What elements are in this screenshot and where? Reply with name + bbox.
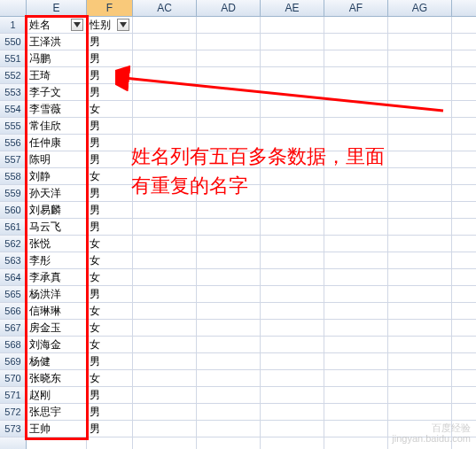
cell-name[interactable]: 信琳琳 — [27, 303, 87, 319]
cell-empty[interactable] — [261, 17, 324, 33]
filter-dropdown-name[interactable] — [71, 19, 83, 31]
cell-empty[interactable] — [261, 370, 324, 386]
cell-empty[interactable] — [388, 151, 452, 167]
cell-empty[interactable] — [133, 269, 197, 285]
cell-sex[interactable]: 女 — [87, 101, 133, 117]
cell-empty[interactable] — [197, 421, 261, 437]
cell-empty[interactable] — [197, 353, 261, 369]
cell-empty[interactable] — [197, 303, 261, 319]
cell-empty[interactable] — [133, 387, 197, 403]
cell-empty[interactable] — [388, 370, 452, 386]
column-header-AG[interactable]: AG — [388, 0, 452, 16]
cell-empty[interactable] — [197, 370, 261, 386]
cell-empty[interactable] — [324, 353, 388, 369]
cell-empty[interactable] — [133, 286, 197, 302]
filter-dropdown-sex[interactable] — [117, 19, 129, 31]
cell-sex[interactable]: 女 — [87, 303, 133, 319]
row-header[interactable]: 572 — [0, 404, 27, 420]
row-header[interactable]: 551 — [0, 50, 27, 66]
cell-name[interactable]: 刘海金 — [27, 337, 87, 352]
cell-empty[interactable] — [388, 34, 452, 50]
row-header[interactable]: 563 — [0, 252, 27, 268]
cell-name[interactable]: 李承真 — [27, 269, 87, 285]
cell-empty[interactable] — [261, 118, 324, 134]
column-header-AD[interactable]: AD — [197, 0, 261, 16]
cell-empty[interactable] — [197, 387, 261, 403]
cell-empty[interactable] — [133, 84, 197, 100]
cell-empty[interactable] — [324, 50, 388, 66]
cell-name[interactable]: 李彤 — [27, 252, 87, 268]
row-header[interactable]: 564 — [0, 269, 27, 285]
cell-name[interactable]: 赵刚 — [27, 387, 87, 403]
cell-empty[interactable] — [324, 219, 388, 235]
cell-empty[interactable] — [324, 303, 388, 319]
cell-name[interactable]: 陈明 — [27, 151, 87, 167]
cell-empty[interactable] — [388, 50, 452, 66]
cell-empty[interactable] — [133, 34, 197, 50]
cell-empty[interactable] — [388, 84, 452, 100]
cell-empty[interactable] — [388, 353, 452, 369]
cell-empty[interactable] — [324, 236, 388, 252]
cell-name[interactable]: 刘静 — [27, 168, 87, 184]
cell-sex[interactable]: 男 — [87, 118, 133, 134]
row-header[interactable]: 557 — [0, 151, 27, 167]
cell-sex-header[interactable]: 性别 — [87, 17, 133, 33]
cell-empty[interactable] — [388, 387, 452, 403]
cell-empty[interactable] — [324, 320, 388, 336]
cell-empty[interactable] — [324, 421, 388, 437]
column-header-AF[interactable]: AF — [324, 0, 388, 16]
cell-empty[interactable] — [133, 219, 197, 235]
cell-sex[interactable]: 男 — [87, 421, 133, 437]
cell-sex[interactable]: 女 — [87, 337, 133, 352]
cell-empty[interactable] — [197, 219, 261, 235]
row-header[interactable]: 550 — [0, 34, 27, 50]
cell-empty[interactable] — [324, 269, 388, 285]
cell-name[interactable]: 房金玉 — [27, 320, 87, 336]
row-header[interactable]: 567 — [0, 320, 27, 336]
cell-empty[interactable] — [324, 101, 388, 117]
cell-name[interactable]: 李雪薇 — [27, 101, 87, 117]
cell-empty[interactable] — [261, 286, 324, 302]
select-all-corner[interactable] — [0, 0, 27, 16]
row-header[interactable]: 566 — [0, 303, 27, 319]
row-header[interactable]: 558 — [0, 168, 27, 184]
cell-empty[interactable] — [133, 17, 197, 33]
cell-empty[interactable] — [261, 353, 324, 369]
cell-empty[interactable] — [261, 219, 324, 235]
row-header[interactable]: 554 — [0, 101, 27, 117]
cell-empty[interactable] — [324, 370, 388, 386]
cell-empty[interactable] — [388, 236, 452, 252]
cell-sex[interactable]: 男 — [87, 67, 133, 83]
cell-empty[interactable] — [197, 320, 261, 336]
cell-empty[interactable] — [197, 202, 261, 218]
cell-empty[interactable] — [133, 101, 197, 117]
cell-empty[interactable] — [261, 337, 324, 352]
cell-empty[interactable] — [197, 337, 261, 352]
cell-empty[interactable] — [388, 337, 452, 352]
cell-empty[interactable] — [388, 185, 452, 201]
column-header-AE[interactable]: AE — [261, 0, 324, 16]
cell-empty[interactable] — [324, 202, 388, 218]
cell-empty[interactable] — [133, 202, 197, 218]
cell-empty[interactable] — [197, 286, 261, 302]
row-header[interactable]: 565 — [0, 286, 27, 302]
cell-name-header[interactable]: 姓名 — [27, 17, 87, 33]
cell-empty[interactable] — [388, 67, 452, 83]
row-header-1[interactable]: 1 — [0, 17, 27, 33]
cell-empty[interactable] — [261, 303, 324, 319]
row-header[interactable]: 570 — [0, 370, 27, 386]
cell-sex[interactable]: 男 — [87, 135, 133, 151]
cell-sex[interactable]: 女 — [87, 236, 133, 252]
cell-empty[interactable] — [388, 286, 452, 302]
row-header[interactable]: 573 — [0, 421, 27, 437]
cell-empty[interactable] — [324, 252, 388, 268]
cell-name[interactable]: 杨健 — [27, 353, 87, 369]
cell-empty[interactable] — [261, 437, 324, 449]
cell-sex[interactable]: 男 — [87, 84, 133, 100]
cell-empty[interactable] — [388, 202, 452, 218]
cell-empty[interactable] — [388, 404, 452, 420]
cell-name[interactable]: 张思宇 — [27, 404, 87, 420]
cell-empty[interactable] — [261, 269, 324, 285]
cell-empty[interactable] — [133, 303, 197, 319]
cell-name[interactable]: 冯鹏 — [27, 50, 87, 66]
